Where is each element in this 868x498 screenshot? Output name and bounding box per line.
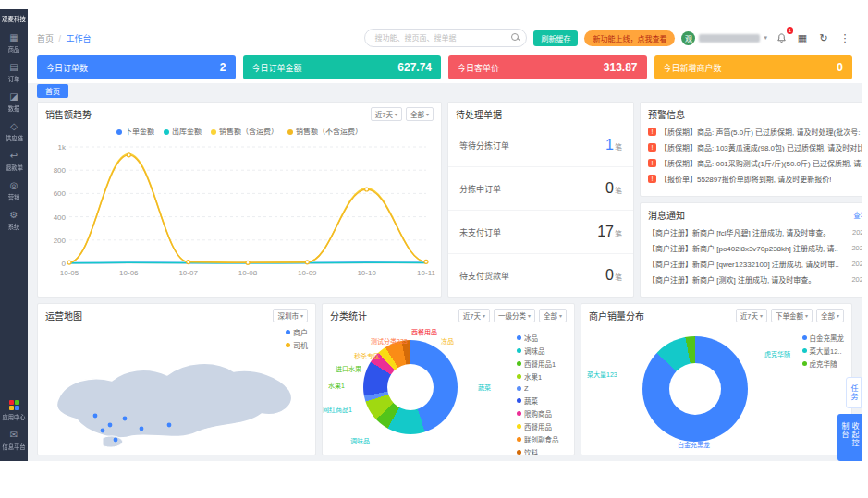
sidebar-item-orders[interactable]: ▤ 订单	[0, 58, 28, 88]
legend-item[interactable]: 调味品	[517, 346, 570, 356]
stat-card-value: 627.74	[397, 61, 432, 74]
new-feature-button[interactable]: 新功能上线，点我查看	[584, 30, 675, 46]
search-input[interactable]	[373, 33, 509, 43]
pending-row-sorting-wait[interactable]: 等待分拣订单 1笔	[448, 124, 633, 167]
content: 销售额趋势 近7天▾ 全部▾ 下单金额 出库金额 销售额（含运费） 销售额（不含…	[28, 99, 862, 461]
legend-item[interactable]: 西餐用品1	[517, 358, 570, 369]
sidebar-item-info-platform[interactable]: ✉ 信息平台	[0, 426, 28, 455]
sidebar-item-goods[interactable]: ▦ 商品	[0, 29, 28, 58]
merchant-range-select[interactable]: 近7天▾	[736, 309, 767, 322]
legend-item[interactable]: 饮料	[517, 447, 570, 455]
sidebar-item-system[interactable]: ⚙ 系统	[0, 206, 28, 236]
sidebar-item-label: 供应链	[6, 134, 23, 142]
merchant-sales-panel: 商户销量分布 近7天▾ 下单金额▾ 全部▾ 虎克华随 菜大量123 白金充黑龙	[581, 303, 852, 455]
collapse-console-tab[interactable]: 收起控制台	[837, 414, 862, 461]
calendar-icon[interactable]: ▦	[795, 30, 810, 45]
panel-title: 商户销量分布	[589, 309, 644, 322]
legend-item[interactable]: 水果1	[517, 371, 570, 382]
trend-range-select[interactable]: 近7天▾	[371, 107, 402, 121]
stat-card-value: 313.87	[604, 61, 638, 74]
account-name	[699, 34, 760, 43]
panel-title: 待处理单据	[456, 107, 502, 121]
legend-item[interactable]: 销售额（含运费）	[211, 126, 278, 136]
legend-item[interactable]: 白金充黑龙	[802, 333, 845, 343]
sidebar-item-refund[interactable]: ↩ 退款单	[0, 147, 28, 176]
donut-callout: 冻品	[441, 336, 454, 346]
alerts-panel: 预警信息 ! 【质保期】商品: 声笛(5.0斤) 已过质保期, 请及时处理(批次…	[640, 102, 862, 197]
account-menu[interactable]: 观 ▾	[681, 31, 767, 45]
notification-bell-icon[interactable]: 1	[774, 30, 789, 45]
merchant-point	[123, 417, 128, 421]
alert-icon: !	[648, 159, 656, 167]
legend-item[interactable]: 虎克华随	[802, 358, 845, 369]
notice-item[interactable]: 【商户注册】新商户 [po402l8x3v70p238kh] 注册成功, 请..…	[641, 240, 862, 256]
view-all-link[interactable]: 查看全部 >	[853, 210, 862, 220]
sales-trend-panel: 销售额趋势 近7天▾ 全部▾ 下单金额 出库金额 销售额（含运费） 销售额（不含…	[37, 102, 442, 298]
breadcrumb-home[interactable]: 首页	[37, 34, 54, 43]
avatar: 观	[681, 31, 695, 45]
sidebar-item-marketing[interactable]: ◎ 营销	[0, 176, 28, 206]
legend-item[interactable]: 商户	[286, 327, 308, 337]
donut-callout: 网红商品1	[323, 405, 352, 414]
alert-icon: !	[648, 143, 656, 152]
trend-legend: 下单金额 出库金额 销售额（含运费） 销售额（不含运费）	[38, 124, 441, 138]
legend-item[interactable]: 下单金额	[116, 126, 154, 136]
legend-item[interactable]: 蔬菜	[517, 395, 570, 406]
sidebar-item-data[interactable]: ◪ 数据	[0, 88, 28, 117]
category-level-select[interactable]: 一级分类▾	[494, 309, 535, 322]
donut-callout: 进口水果	[336, 364, 361, 373]
marketing-icon: ◎	[10, 181, 18, 190]
notice-date: 2024-10-07	[851, 244, 862, 252]
notice-item[interactable]: 【商户注册】新商户 [qwer12332100] 注册成功, 请及时审.. 20…	[641, 256, 862, 272]
merchant-donut-chart[interactable]	[642, 336, 748, 442]
notice-item[interactable]: 【商户注册】新商户 [测欢] 注册成功, 请及时审查。 2024-09-29	[641, 272, 862, 287]
alert-item[interactable]: ! 【质保期】商品: 001采购测试(1斤/斤)(50.0斤) 已过保质期, 请…	[641, 155, 862, 171]
tags-bar: 首页	[28, 83, 862, 99]
sidebar-item-label: 信息平台	[2, 443, 25, 451]
more-icon[interactable]: ⋮	[837, 30, 852, 45]
legend-item[interactable]: 西餐用品	[517, 421, 570, 431]
sidebar-item-supply-chain[interactable]: ◇ 供应链	[0, 117, 28, 147]
tab-home[interactable]: 首页	[37, 84, 68, 98]
alert-item[interactable]: ! 【报价单】552897报价单即将到期, 请及时更新报价!	[641, 171, 862, 187]
alert-item[interactable]: ! 【质保期】商品: 103黄瓜速成(98.0包) 已过质保期, 请及时对比..	[641, 140, 862, 155]
map-shape	[56, 363, 291, 437]
pending-row-payment-due[interactable]: 待支付货款单 0笔	[448, 254, 633, 297]
legend-item[interactable]: 限购商品	[517, 408, 570, 419]
legend-item[interactable]: 联创副食品	[517, 434, 570, 444]
task-side-tab[interactable]: 任务	[846, 377, 862, 408]
trend-scope-select[interactable]: 全部▾	[406, 107, 434, 121]
svg-text:10-05: 10-05	[60, 269, 79, 277]
legend-item[interactable]: 菜大量12..	[802, 346, 845, 356]
refund-icon: ↩	[10, 152, 18, 161]
sidebar-nav: ▦ 商品 ▤ 订单 ◪ 数据 ◇ 供应链 ↩ 退款单 ◎ 营销	[0, 29, 28, 236]
bell-icon	[776, 33, 787, 43]
category-stats-panel: 分类统计 近7天▾ 一级分类▾ 全部▾ 蔬菜 调味品 网红商品1 水果1	[322, 303, 575, 455]
legend-item[interactable]: 出库金额	[164, 126, 202, 136]
merchant-metric-select[interactable]: 下单金额▾	[771, 309, 813, 322]
map-city-select[interactable]: 深圳市▾	[273, 309, 308, 322]
refresh-icon[interactable]: ↻	[816, 30, 831, 45]
merchant-scope-select[interactable]: 全部▾	[816, 309, 844, 322]
sidebar-item-label: 系统	[8, 223, 20, 231]
legend-item[interactable]: 销售额（不含运费）	[287, 126, 362, 136]
category-range-select[interactable]: 近7天▾	[458, 309, 490, 322]
shenzhen-map[interactable]	[38, 325, 315, 455]
map-peninsula	[103, 436, 123, 447]
notice-item[interactable]: 【商户注册】新商户 [fcl华凡碧] 注册成功, 请及时审查。 2024-10-…	[641, 225, 862, 240]
legend-item[interactable]: Z	[517, 384, 570, 393]
merchant-point	[114, 438, 118, 443]
stat-card-today-amount: 今日订单金额 627.74	[243, 55, 442, 79]
legend-item[interactable]: 冰品	[517, 333, 570, 343]
sidebar-item-app-center[interactable]: 应用中心	[0, 395, 28, 426]
search-icon	[511, 33, 519, 41]
sidebar-item-label: 商品	[8, 45, 20, 54]
refresh-cache-button[interactable]: 刷新缓存	[533, 30, 578, 46]
pending-row-unpaid[interactable]: 未支付订单 17笔	[448, 211, 633, 254]
category-scope-select[interactable]: 全部▾	[539, 309, 567, 322]
panel-title: 消息通知	[648, 208, 685, 222]
global-search[interactable]	[364, 29, 527, 47]
legend-item[interactable]: 司机	[286, 340, 308, 350]
pending-row-sorting[interactable]: 分拣中订单 0笔	[448, 167, 633, 211]
alert-item[interactable]: ! 【质保期】商品: 声笛(5.0斤) 已过质保期, 请及时处理(批次号: T1…	[641, 124, 862, 140]
